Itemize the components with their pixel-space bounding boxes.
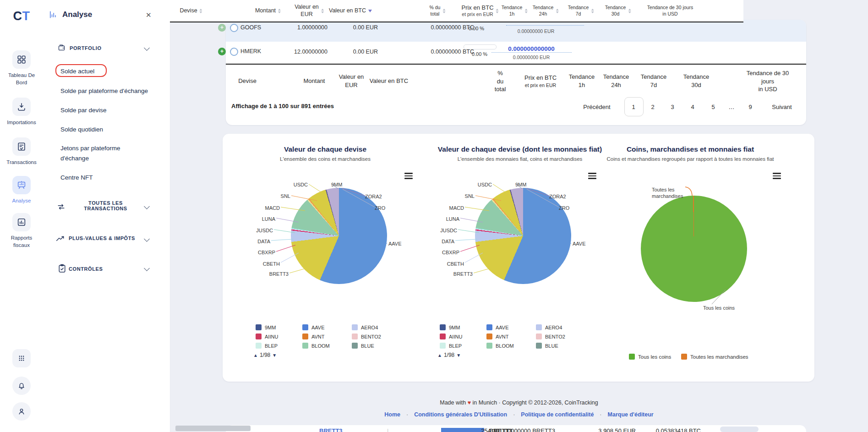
price-btc-value[interactable]: 0.000000000000 bbox=[508, 45, 554, 52]
pagination-page[interactable]: 3 bbox=[671, 104, 674, 110]
chart-menu-button[interactable] bbox=[404, 171, 413, 180]
footer-link-imprint[interactable]: Marque d'éditeur bbox=[608, 411, 654, 418]
app-logo[interactable]: CT bbox=[0, 9, 43, 23]
legend-item[interactable]: AAVE bbox=[302, 324, 325, 330]
legend-item[interactable]: BLOOM bbox=[486, 343, 514, 349]
column-header-tendance-24h[interactable]: Tendance 24h bbox=[603, 73, 629, 89]
column-header-pct[interactable]: % du total bbox=[495, 69, 506, 93]
legend-item[interactable]: Toutes les marchandises bbox=[681, 354, 748, 360]
menu-item-centre-nft[interactable]: Centre NFT bbox=[60, 173, 93, 183]
column-header-pct[interactable]: % du total bbox=[430, 0, 446, 22]
legend-item[interactable]: 9MM bbox=[440, 324, 460, 330]
expand-row-button[interactable]: + bbox=[218, 24, 226, 32]
legend-item[interactable]: AIINU bbox=[256, 334, 278, 339]
menu-item-solde-devise[interactable]: Solde par devise bbox=[60, 105, 107, 115]
apps-button[interactable] bbox=[0, 349, 43, 367]
column-header-valeur-btc[interactable]: Valeur en BTC bbox=[370, 77, 408, 85]
legend-item[interactable]: AERO4 bbox=[352, 324, 378, 330]
legend-item[interactable]: BLEP bbox=[256, 343, 278, 349]
legend-item[interactable]: BLUE bbox=[352, 343, 374, 349]
column-header-tendance-30d[interactable]: Tendance 30d bbox=[605, 0, 631, 22]
column-header-devise[interactable]: Devise bbox=[180, 0, 202, 22]
logo-letter-t: T bbox=[22, 9, 30, 23]
pagination-next[interactable]: Suivant bbox=[772, 104, 792, 110]
sidebar-item-dashboard[interactable]: Tableau De Bord bbox=[0, 50, 43, 86]
column-header-valeur-btc[interactable]: Valeur en BTC bbox=[329, 0, 372, 22]
column-header-tendance-24h[interactable]: Tendance 24h bbox=[533, 0, 559, 22]
legend-item[interactable]: BLUE bbox=[536, 343, 558, 349]
legend-item[interactable]: BLOOM bbox=[302, 343, 330, 349]
legend-prev-icon[interactable]: ▲ bbox=[437, 353, 442, 358]
legend-swatch bbox=[440, 343, 446, 349]
sidebar-item-tax-reports[interactable]: Rapports fiscaux bbox=[0, 213, 43, 249]
sidebar-item-imports[interactable]: Importations bbox=[0, 98, 43, 126]
legend-item[interactable]: AIINU bbox=[440, 334, 462, 339]
chart-menu-button[interactable] bbox=[588, 171, 596, 180]
footer-link-home[interactable]: Home bbox=[384, 411, 400, 418]
notifications-button[interactable] bbox=[0, 377, 43, 395]
legend-next-icon[interactable]: ▼ bbox=[456, 353, 461, 358]
pagination-page[interactable]: 2 bbox=[651, 104, 654, 110]
column-header-tendance-7d[interactable]: Tendance 7d bbox=[568, 0, 594, 22]
legend-item[interactable]: AVNT bbox=[486, 334, 509, 339]
currency-name[interactable]: GOOFS bbox=[240, 24, 261, 31]
legend-item[interactable]: AAVE bbox=[486, 324, 509, 330]
column-header-tendance-1h[interactable]: Tendance 1h bbox=[502, 0, 528, 22]
legend-item[interactable]: BENTO2 bbox=[536, 334, 565, 339]
sidebar-item-transactions[interactable]: Transactions bbox=[0, 137, 43, 166]
legend-item[interactable]: AVNT bbox=[302, 334, 325, 339]
column-header-tendance-7d[interactable]: Tendance 7d bbox=[641, 73, 666, 89]
price-tooltip-underline bbox=[491, 52, 572, 53]
menu-item-solde-quotidien[interactable]: Solde quotidien bbox=[60, 125, 103, 135]
menu-item-solde-actuel[interactable]: Solde actuel bbox=[60, 66, 94, 77]
pagination-page[interactable]: 4 bbox=[691, 104, 694, 110]
column-header-valeur-eur[interactable]: Valeur en EUR bbox=[295, 0, 324, 22]
currency-link[interactable]: BRETT3 bbox=[319, 427, 343, 432]
legend-next-icon[interactable]: ▼ bbox=[272, 353, 277, 358]
column-header-devise[interactable]: Devise bbox=[238, 77, 257, 85]
column-header-tendance-1h[interactable]: Tendance 1h bbox=[569, 73, 595, 89]
legend-item[interactable]: AERO4 bbox=[536, 324, 562, 330]
legend-item[interactable]: BLEP bbox=[440, 343, 462, 349]
presentation-icon bbox=[16, 180, 27, 190]
footer-link-terms[interactable]: Conditions générales D'Utilisation bbox=[414, 411, 507, 418]
menu-item-solde-plateforme[interactable]: Solde par plateforme d'échange bbox=[60, 86, 148, 96]
chart-menu-button[interactable] bbox=[773, 171, 781, 180]
pagination-prev[interactable]: Précédent bbox=[583, 104, 610, 110]
column-header-montant[interactable]: Montant bbox=[304, 77, 325, 85]
legend-item[interactable]: BENTO2 bbox=[352, 334, 381, 339]
column-header-prix[interactable]: Prix en BTCet prix en EUR bbox=[461, 0, 498, 22]
pagination-page[interactable]: 1 bbox=[632, 104, 635, 110]
pie-label: 9MM bbox=[331, 182, 342, 187]
pie-label: ZORA2 bbox=[365, 194, 382, 199]
legend-item[interactable]: Tous les coins bbox=[629, 354, 671, 360]
section-controles[interactable]: CONTRÔLES bbox=[69, 266, 103, 272]
menu-item-jetons-plateforme[interactable]: Jetons par plateforme d'échange bbox=[60, 143, 120, 163]
currency-name[interactable]: HMERK bbox=[240, 48, 261, 55]
column-header-tendance-30d[interactable]: Tendance 30d bbox=[683, 73, 709, 89]
column-header-montant[interactable]: Montant bbox=[255, 0, 281, 22]
horizontal-scrollbar-thumb[interactable] bbox=[175, 426, 251, 431]
row-select-radio[interactable] bbox=[230, 48, 238, 56]
column-header-valeur-eur[interactable]: Valeur en EUR bbox=[339, 73, 364, 89]
sidebar-item-analyse[interactable]: Analyse bbox=[0, 176, 43, 205]
pie-label: DATA bbox=[442, 239, 454, 244]
close-icon[interactable]: ✕ bbox=[146, 11, 152, 19]
footer-link-privacy[interactable]: Politique de confidentialité bbox=[521, 411, 594, 418]
legend-item[interactable]: 9MM bbox=[256, 324, 276, 330]
row-select-radio[interactable] bbox=[230, 24, 238, 32]
account-button[interactable] bbox=[0, 402, 43, 421]
column-header-tendance-30j[interactable]: Tendance de 30 jours in USD bbox=[647, 0, 693, 22]
expand-row-button[interactable]: + bbox=[218, 48, 226, 55]
legend-page-indicator: 1/98 bbox=[444, 352, 454, 358]
column-header-prix[interactable]: Prix en BTCet prix en EUR bbox=[524, 74, 557, 88]
pagination-page[interactable]: 9 bbox=[748, 104, 752, 110]
pagination-page[interactable]: 5 bbox=[711, 104, 715, 110]
section-plus-values[interactable]: PLUS-VALUES & IMPÔTS bbox=[69, 235, 135, 241]
column-header-tendance-30j[interactable]: Tendance de 30 jours in USD bbox=[747, 69, 789, 93]
pie-chart-coins-vs-fiat[interactable] bbox=[641, 196, 747, 302]
section-portfolio[interactable]: PORTFOLIO bbox=[58, 44, 102, 52]
legend-prev-icon[interactable]: ▲ bbox=[253, 353, 258, 358]
section-toutes-transactions[interactable]: TOUTES LES TRANSACTIONS bbox=[75, 200, 136, 211]
legend-swatch bbox=[352, 343, 358, 349]
